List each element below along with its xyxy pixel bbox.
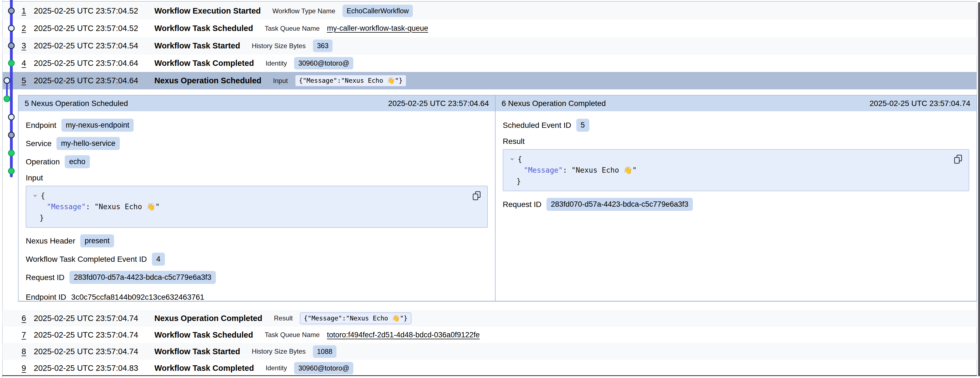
field-scheduled-event-id: Scheduled Event ID 5 [503,119,969,132]
copy-button[interactable] [953,154,963,165]
event-rows-top: 1 2025-02-25 UTC 23:57:04.52 Workflow Ex… [3,2,977,89]
pane-title: 5 Nexus Operation Scheduled [25,99,128,108]
nexus-operation-scheduled-pane: 5 Nexus Operation Scheduled 2025-02-25 U… [19,96,496,301]
event-detail-value-chip: 1088 [313,345,337,358]
event-detail-value-chip: 30960@totoro@ [294,57,353,69]
field-label: Service [26,139,51,148]
event-row-1[interactable]: 1 2025-02-25 UTC 23:57:04.52 Workflow Ex… [3,2,977,20]
event-id-link[interactable]: 9 [22,364,34,373]
task-queue-link[interactable]: my-caller-workflow-task-queue [327,24,428,33]
event-detail-label: Input [273,77,288,85]
timeline-dot-9 [9,150,14,156]
json-line: } [32,212,481,223]
event-row-9[interactable]: 9 2025-02-25 UTC 23:57:04.83 Workflow Ta… [3,360,977,376]
event-row-8[interactable]: 8 2025-02-25 UTC 23:57:04.74 Workflow Ta… [3,343,977,360]
event-id-link[interactable]: 4 [22,59,34,68]
field-workflow-task-completed-event-id: Workflow Task Completed Event ID 4 [26,253,488,266]
event-id-link[interactable]: 6 [22,314,34,323]
event-timestamp: 2025-02-25 UTC 23:57:04.74 [34,347,154,356]
field-request-id: Request ID 283fd070-d57a-4423-bdca-c5c77… [26,271,488,284]
timeline-dot-3 [9,43,14,49]
event-history-view: 1 2025-02-25 UTC 23:57:04.52 Workflow Ex… [0,0,980,378]
scrollbar-thumb[interactable] [978,2,980,376]
event-detail-label: Task Queue Name [265,331,320,339]
field-value-chip: echo [65,155,90,168]
pane-header: 5 Nexus Operation Scheduled 2025-02-25 U… [19,96,495,111]
event-timestamp: 2025-02-25 UTC 23:57:04.52 [34,6,154,16]
field-label: Request ID [503,200,541,209]
event-row-3[interactable]: 3 2025-02-25 UTC 23:57:04.54 Workflow Ta… [3,37,977,54]
field-value-chip: my-nexus-endpoint [61,119,134,132]
event-type: Workflow Task Completed [154,59,254,68]
event-detail-value-json-chip: {"Message":"Nexus Echo 👋"} [300,313,411,324]
field-label: Scheduled Event ID [503,121,571,130]
event-id-link[interactable]: 7 [22,330,34,340]
event-detail-value-chip: 363 [313,40,333,52]
field-value-chip: present [80,234,114,247]
event-type: Workflow Task Completed [154,364,254,373]
task-queue-link[interactable]: totoro:f494fecf-2d51-4d48-bdcd-036a0f912… [327,331,479,339]
event-timestamp: 2025-02-25 UTC 23:57:04.52 [34,24,154,33]
pane-title: 6 Nexus Operation Completed [502,99,606,108]
event-type: Workflow Task Started [154,347,240,356]
copy-icon [472,191,481,201]
pane-header: 6 Nexus Operation Completed 2025-02-25 U… [496,96,977,111]
field-label: Operation [26,158,60,166]
event-row-7[interactable]: 7 2025-02-25 UTC 23:57:04.74 Workflow Ta… [3,327,977,343]
field-label: Nexus Header [26,237,75,246]
event-detail-label: Workflow Type Name [272,7,335,15]
copy-icon [953,154,963,165]
result-json-viewer: { "Message": "Nexus Echo 👋" } [503,149,969,191]
event-row-6[interactable]: 6 2025-02-25 UTC 23:57:04.74 Nexus Opera… [3,310,977,327]
event-timestamp: 2025-02-25 UTC 23:57:04.74 [34,330,154,340]
field-endpoint: Endpoint my-nexus-endpoint [26,119,488,132]
json-value: : "Nexus Echo 👋" [86,203,160,211]
event-timestamp: 2025-02-25 UTC 23:57:04.64 [34,59,154,68]
field-request-id: Request ID 283fd070-d57a-4423-bdca-c5c77… [503,198,969,211]
field-label: Input [26,174,43,182]
timeline-dot-6 [4,96,10,102]
event-id-link[interactable]: 2 [22,24,34,33]
field-endpoint-id: Endpoint ID 3c0c75ccfa8144b092c13ce63246… [26,293,488,301]
timeline-dot-4 [9,60,14,66]
chevron-down-icon[interactable] [32,193,38,198]
event-id-link[interactable]: 3 [22,41,34,50]
json-open-brace: { [518,153,522,165]
chevron-down-icon[interactable] [509,156,515,162]
json-close-brace: } [40,214,44,222]
event-row-4[interactable]: 4 2025-02-25 UTC 23:57:04.64 Workflow Ta… [3,54,977,72]
timeline-dot-1 [9,8,14,14]
field-label: Endpoint ID [26,293,66,301]
event-row-2[interactable]: 2 2025-02-25 UTC 23:57:04.52 Workflow Ta… [3,20,977,37]
event-detail-label: History Size Bytes [252,42,306,50]
table-top-border [2,1,977,2]
event-type: Workflow Task Scheduled [154,24,253,33]
json-key: "Message" [524,166,563,174]
field-service: Service my-hello-service [26,137,488,150]
field-operation: Operation echo [26,155,488,168]
field-label: Endpoint [26,121,56,130]
event-detail-panel: 5 Nexus Operation Scheduled 2025-02-25 U… [18,95,977,301]
field-input: Input [26,174,488,182]
event-detail-value-chip: EchoCallerWorkflow [342,5,413,17]
event-row-5-selected[interactable]: 5 2025-02-25 UTC 23:57:04.64 Nexus Opera… [3,72,977,89]
field-value-chip: 4 [152,253,165,266]
field-label: Request ID [26,273,64,282]
event-id-link[interactable]: 8 [22,347,34,356]
event-type: Nexus Operation Completed [154,314,262,323]
pane-body: Endpoint my-nexus-endpoint Service my-he… [19,111,495,301]
field-nexus-header: Nexus Header present [26,234,488,247]
event-type: Workflow Task Started [154,41,240,50]
event-timeline-graph [0,0,19,191]
event-id-link[interactable]: 5 [22,76,34,85]
event-id-link[interactable]: 1 [22,6,34,16]
copy-button[interactable] [472,191,481,201]
event-detail-label: Result [274,314,293,322]
field-label: Workflow Task Completed Event ID [26,255,147,264]
field-value-chip: 5 [576,119,589,132]
event-detail-label: History Size Bytes [252,348,306,355]
timeline-dot-10 [9,168,14,174]
endpoint-id-link[interactable]: 3c0c75ccfa8144b092c13ce632463761 [71,293,204,301]
json-open-brace: { [41,190,45,201]
event-detail-label: Identity [266,364,287,372]
